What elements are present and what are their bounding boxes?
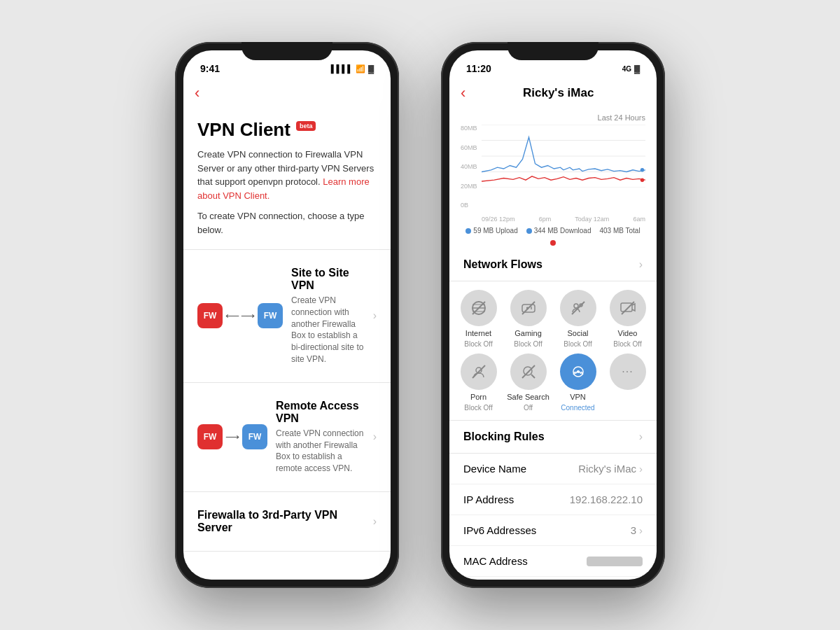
porn-status: Block Off [464, 404, 492, 412]
phone2-content[interactable]: Last 24 Hours 80MB 60MB 40MB 20MB 0B [449, 108, 657, 580]
internet-status: Block Off [464, 340, 492, 348]
upload-label: 59 MB Upload [473, 227, 517, 234]
internet-icon [470, 300, 487, 316]
phone2-back-button[interactable]: ‹ [461, 84, 465, 102]
phone2-screen: 11:20 4G ▓ ‹ Ricky's iMac Last 24 Hours [449, 50, 657, 580]
video-status: Block Off [613, 340, 641, 348]
vpn-choose-text: To create VPN connection, choose a type … [197, 209, 377, 237]
legend-download: 344 MB Download [526, 227, 592, 234]
social-name: Social [568, 329, 589, 337]
ip-address-value: 192.168.222.10 [570, 493, 643, 505]
phone1-notch [241, 42, 332, 60]
feature-more[interactable]: ··· [606, 354, 650, 412]
status-red-dot [550, 240, 556, 246]
site-to-site-desc: Create VPN connection with another Firew… [291, 295, 365, 365]
phone1-back-button[interactable]: ‹ [195, 84, 200, 102]
y-label-0: 0B [461, 202, 477, 209]
fw-box-blue-1: FW [258, 303, 283, 328]
feature-safe-search[interactable]: Safe Search Off [506, 354, 550, 412]
more-icon-circle: ··· [610, 354, 646, 390]
x-label-12pm: 09/26 12pm [482, 216, 515, 223]
remote-access-icons: FW ⟶ FW [197, 424, 267, 449]
gaming-status: Block Off [514, 340, 542, 348]
chart-area: Last 24 Hours 80MB 60MB 40MB 20MB 0B [449, 108, 657, 246]
chart-time-label: Last 24 Hours [461, 113, 645, 122]
blocking-rules-row[interactable]: Blocking Rules › [449, 421, 657, 454]
ipv6-chevron: › [639, 524, 643, 536]
phone1-battery-icon: ▓ [368, 64, 374, 73]
feature-porn[interactable]: Porn Block Off [456, 354, 500, 412]
divider3 [183, 491, 391, 492]
divider1 [183, 249, 391, 250]
chart-y-labels: 80MB 60MB 40MB 20MB 0B [461, 125, 477, 209]
vpn-title-row: VPN Client beta [197, 119, 377, 141]
divider2 [183, 382, 391, 383]
arrow-connector-1: ⟵⟶ [225, 310, 255, 321]
vpn-icon-circle [560, 354, 596, 390]
phone2-4g-icon: 4G [622, 65, 631, 73]
upload-dot [465, 228, 471, 234]
download-label: 344 MB Download [534, 227, 592, 234]
site-to-site-chevron: › [373, 309, 377, 322]
blocking-rules-label: Blocking Rules [463, 430, 545, 443]
device-name-row[interactable]: Device Name Ricky's iMac › [449, 454, 657, 484]
safe-search-icon [520, 363, 537, 380]
blocking-rules-chevron: › [639, 430, 643, 443]
vpn-title-area: VPN Client beta Create VPN connection to… [183, 108, 391, 242]
features-grid: Internet Block Off [449, 281, 657, 421]
feature-internet[interactable]: Internet Block Off [456, 290, 500, 348]
svg-point-15 [531, 307, 532, 308]
fw-box-red-1: FW [197, 303, 223, 328]
gaming-name: Gaming [514, 329, 542, 337]
svg-point-25 [524, 367, 532, 375]
video-name: Video [618, 329, 638, 337]
y-label-20: 20MB [461, 183, 477, 190]
third-party-chevron: › [373, 515, 377, 528]
svg-point-18 [574, 304, 578, 308]
y-label-80: 80MB [461, 125, 477, 132]
total-label: 403 MB Total [599, 227, 640, 234]
legend-total: 403 MB Total [599, 227, 640, 234]
network-flows-row[interactable]: Network Flows › [449, 248, 657, 281]
svg-point-6 [640, 168, 644, 172]
vpn-name: VPN [570, 393, 586, 401]
y-label-40: 40MB [461, 163, 477, 170]
ipv6-row[interactable]: IPv6 Addresses 3 › [449, 515, 657, 546]
svg-line-26 [531, 374, 535, 378]
safe-search-icon-circle [510, 354, 547, 390]
phones-container: 9:41 ▌▌▌▌ 📶 ▓ ‹ VPN Client beta [175, 42, 665, 588]
phone1-wifi-icon: 📶 [356, 64, 365, 74]
gaming-icon-circle [510, 290, 547, 326]
feature-vpn[interactable]: VPN Connected [556, 354, 600, 412]
ip-address-row: IP Address 192.168.222.10 [449, 484, 657, 515]
internet-name: Internet [465, 329, 491, 337]
vpn-client-title: VPN Client [197, 119, 290, 141]
remote-access-vpn-option[interactable]: FW ⟶ FW Remote Access VPN Create VPN con… [183, 390, 391, 484]
phone2-time: 11:20 [466, 63, 491, 74]
remote-access-title: Remote Access VPN [276, 400, 365, 425]
fw-box-red-2: FW [197, 424, 223, 449]
feature-social[interactable]: Social Block Off [556, 290, 600, 348]
download-dot [526, 228, 532, 234]
phone-vpn-client: 9:41 ▌▌▌▌ 📶 ▓ ‹ VPN Client beta [175, 42, 399, 588]
third-party-vpn-row[interactable]: Firewalla to 3rd-Party VPN Server › [183, 499, 391, 544]
more-icon: ··· [622, 365, 633, 378]
site-to-site-vpn-option[interactable]: FW ⟵⟶ FW Site to Site VPN Create VPN con… [183, 257, 391, 375]
social-status: Block Off [564, 340, 592, 348]
chart-container: 80MB 60MB 40MB 20MB 0B [461, 125, 645, 223]
phone1-content[interactable]: VPN Client beta Create VPN connection to… [183, 108, 391, 580]
beta-badge: beta [296, 121, 316, 131]
porn-name: Porn [470, 393, 486, 401]
x-label-12am: Today 12am [575, 216, 609, 223]
safe-search-status: Off [524, 404, 533, 412]
chart-legend: 59 MB Upload 344 MB Download 403 MB Tota… [461, 227, 645, 234]
mac-address-row: MAC Address [449, 546, 657, 577]
video-icon-circle [610, 290, 646, 326]
fw-box-blue-2: FW [242, 424, 267, 449]
phone1-nav-bar: ‹ [183, 81, 391, 108]
mac-address-label: MAC Address [463, 555, 528, 567]
phone-device-detail: 11:20 4G ▓ ‹ Ricky's iMac Last 24 Hours [441, 42, 665, 588]
feature-video[interactable]: Video Block Off [606, 290, 650, 348]
svg-point-5 [640, 178, 644, 182]
feature-gaming[interactable]: Gaming Block Off [506, 290, 550, 348]
